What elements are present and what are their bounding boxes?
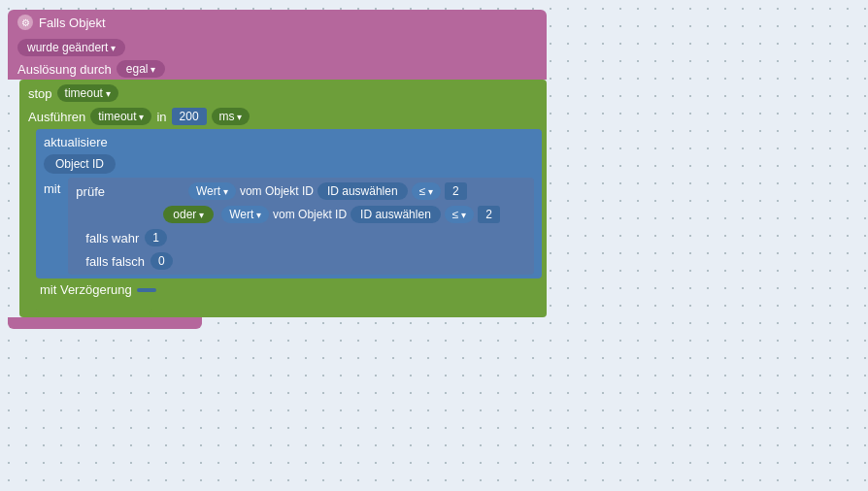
le-pill-2[interactable]: ≤ — [445, 206, 474, 223]
green-bottom-bar — [36, 303, 152, 312]
ausloesung-value-pill[interactable]: egal — [117, 60, 165, 78]
object-id-pill[interactable]: Object ID — [44, 154, 116, 174]
object-id-row: Object ID — [44, 154, 534, 173]
falls-objekt-block: ⚙ Falls Objekt — [8, 10, 547, 35]
falls-falsch-row: falls falsch 0 — [85, 252, 526, 270]
wert-pill-2[interactable]: Wert — [221, 206, 269, 223]
stop-block: stop timeout — [24, 82, 542, 104]
aktualisiere-row: aktualisiere — [44, 133, 534, 151]
mit-verzoegerung-label: mit Verzögerung — [40, 282, 132, 297]
settings-icon: ⚙ — [17, 15, 33, 30]
falls-falsch-label: falls falsch — [85, 254, 145, 269]
stop-value-pill[interactable]: timeout — [57, 84, 118, 102]
oder-row: oder Wert vom Objekt ID ID auswählen ≤ 2 — [76, 206, 526, 223]
val-2-box-2[interactable]: 2 — [478, 206, 500, 223]
mit-verzoegerung-value[interactable] — [137, 288, 156, 292]
id-auswahlen-2[interactable]: ID auswählen — [351, 206, 441, 223]
ms-label-pill[interactable]: ms — [212, 108, 250, 125]
falls-wahr-value[interactable]: 1 — [145, 229, 167, 246]
vom-label-2: vom Objekt ID — [273, 208, 347, 221]
id-auswahlen-1[interactable]: ID auswählen — [317, 182, 408, 200]
ausloesung-label: Auslösung durch — [17, 62, 112, 77]
vom-label-1: vom Objekt ID — [240, 184, 314, 198]
oder-pill[interactable]: oder — [163, 206, 214, 223]
pruefe-row: prüfe Wert vom Objekt ID ID auswählen ≤ … — [76, 182, 526, 200]
aktualisiere-label: aktualisiere — [44, 135, 108, 149]
falls-falsch-value[interactable]: 0 — [150, 252, 173, 270]
ms-value-box[interactable]: 200 — [172, 108, 207, 125]
condition-row-1: Wert vom Objekt ID ID auswählen ≤ 2 — [188, 182, 467, 200]
falls-wahr-label: falls wahr — [85, 231, 139, 246]
mit-label: mit — [44, 178, 60, 196]
falls-wahr-row: falls wahr 1 — [85, 229, 526, 246]
le-pill-1[interactable]: ≤ — [412, 182, 441, 200]
green-outer-block: stop timeout Ausführen timeout in 200 ms… — [19, 80, 547, 317]
pruefe-label: prüfe — [76, 184, 105, 199]
ausfuehren-block: Ausführen timeout in 200 ms — [24, 106, 542, 127]
mit-section: mit prüfe Wert vom Objekt ID ID auswähle… — [44, 176, 534, 275]
wurde-geaendert-pill[interactable]: wurde geändert — [17, 39, 125, 56]
ausfuehren-value-pill[interactable]: timeout — [90, 108, 151, 125]
pink-bottom-bar — [8, 317, 202, 329]
pruefe-section: prüfe Wert vom Objekt ID ID auswählen ≤ … — [68, 178, 534, 275]
wert-pill-1[interactable]: Wert — [188, 182, 236, 200]
in-label: in — [156, 110, 166, 124]
ausfuehren-label: Ausführen — [28, 110, 85, 124]
mit-verzoegerung-block: mit Verzögerung — [36, 280, 542, 299]
blue-inner-block: aktualisiere Object ID mit prüfe Wert vo… — [36, 129, 542, 278]
stop-label: stop — [28, 86, 52, 101]
val-2-box-1[interactable]: 2 — [445, 182, 467, 200]
wurde-geaendert-block: wurde geändert — [8, 35, 547, 58]
ausloesung-block: Auslösung durch egal — [8, 58, 547, 80]
falls-objekt-label: Falls Objekt — [39, 16, 106, 30]
